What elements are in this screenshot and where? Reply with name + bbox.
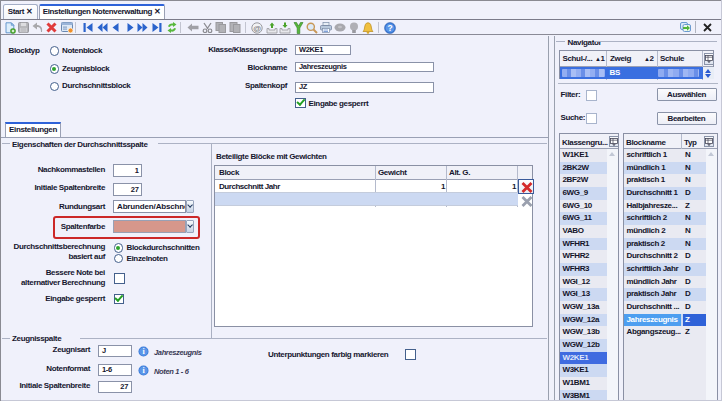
svg-text:?: ?	[388, 23, 393, 33]
svg-text:@: @	[253, 24, 261, 33]
